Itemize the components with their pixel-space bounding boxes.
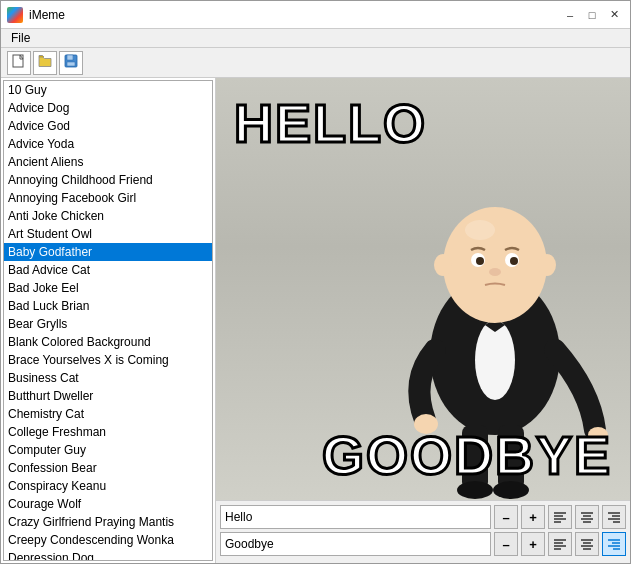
app-title: iMeme (29, 8, 560, 22)
new-button[interactable] (7, 51, 31, 75)
list-item[interactable]: Confession Bear (4, 459, 212, 477)
svg-point-18 (476, 257, 484, 265)
bottom-align-center-button[interactable] (575, 532, 599, 556)
list-item[interactable]: Baby Godfather (4, 243, 212, 261)
list-item[interactable]: Butthurt Dweller (4, 387, 212, 405)
list-item[interactable]: Anti Joke Chicken (4, 207, 212, 225)
list-item[interactable]: Depression Dog (4, 549, 212, 561)
svg-point-23 (465, 220, 495, 240)
svg-point-19 (510, 257, 518, 265)
new-icon (12, 54, 26, 71)
top-align-left-button[interactable] (548, 505, 572, 529)
svg-point-22 (538, 254, 556, 276)
app-window: iMeme – □ ✕ File (0, 0, 631, 564)
bottom-align-right-button[interactable] (602, 532, 626, 556)
minimize-button[interactable]: – (560, 5, 580, 25)
save-button[interactable] (59, 51, 83, 75)
bottom-font-decrease-button[interactable]: – (494, 532, 518, 556)
list-item[interactable]: Annoying Facebook Girl (4, 189, 212, 207)
open-button[interactable] (33, 51, 57, 75)
list-item[interactable]: Bad Luck Brian (4, 297, 212, 315)
meme-bottom-text: GOODBYE (322, 428, 612, 482)
top-align-right-button[interactable] (602, 505, 626, 529)
list-item[interactable]: Bad Advice Cat (4, 261, 212, 279)
list-item[interactable]: Advice Yoda (4, 135, 212, 153)
list-item[interactable]: Advice God (4, 117, 212, 135)
top-font-increase-button[interactable]: + (521, 505, 545, 529)
svg-rect-3 (67, 62, 75, 66)
list-item[interactable]: Brace Yourselves X is Coming (4, 351, 212, 369)
list-item[interactable]: Crazy Girlfriend Praying Mantis (4, 513, 212, 531)
app-icon (7, 7, 23, 23)
list-item[interactable]: Computer Guy (4, 441, 212, 459)
list-item[interactable]: Conspiracy Keanu (4, 477, 212, 495)
svg-rect-2 (67, 55, 73, 60)
close-button[interactable]: ✕ (604, 5, 624, 25)
svg-point-15 (443, 207, 547, 323)
top-text-row: – + (220, 505, 626, 529)
meme-list[interactable]: 10 GuyAdvice DogAdvice GodAdvice YodaAnc… (3, 80, 213, 561)
top-align-center-button[interactable] (575, 505, 599, 529)
svg-point-21 (434, 254, 452, 276)
svg-rect-4 (73, 56, 75, 59)
top-text-input[interactable] (220, 505, 491, 529)
bottom-align-left-button[interactable] (548, 532, 572, 556)
list-item[interactable]: Ancient Aliens (4, 153, 212, 171)
top-font-decrease-button[interactable]: – (494, 505, 518, 529)
menu-file[interactable]: File (5, 29, 36, 47)
save-icon (64, 54, 78, 71)
list-item[interactable]: Advice Dog (4, 99, 212, 117)
main-content: 10 GuyAdvice DogAdvice GodAdvice YodaAnc… (1, 78, 630, 563)
list-item[interactable]: Bear Grylls (4, 315, 212, 333)
title-bar: iMeme – □ ✕ (1, 1, 630, 29)
list-item[interactable]: College Freshman (4, 423, 212, 441)
right-panel: HELLO GOODBYE – + (216, 78, 630, 563)
list-item[interactable]: Art Student Owl (4, 225, 212, 243)
bottom-font-increase-button[interactable]: + (521, 532, 545, 556)
list-item[interactable]: Courage Wolf (4, 495, 212, 513)
controls-area: – + (216, 500, 630, 563)
menu-bar: File (1, 29, 630, 48)
maximize-button[interactable]: □ (582, 5, 602, 25)
list-item[interactable]: Blank Colored Background (4, 333, 212, 351)
svg-point-20 (489, 268, 501, 276)
list-item[interactable]: Annoying Childhood Friend (4, 171, 212, 189)
list-panel: 10 GuyAdvice DogAdvice GodAdvice YodaAnc… (1, 78, 216, 563)
meme-preview: HELLO GOODBYE (216, 78, 630, 500)
list-item[interactable]: Bad Joke Eel (4, 279, 212, 297)
bottom-text-input[interactable] (220, 532, 491, 556)
list-item[interactable]: 10 Guy (4, 81, 212, 99)
open-icon (38, 54, 52, 71)
list-item[interactable]: Creepy Condescending Wonka (4, 531, 212, 549)
meme-top-text: HELLO (234, 96, 427, 150)
window-controls: – □ ✕ (560, 5, 624, 25)
list-item[interactable]: Business Cat (4, 369, 212, 387)
list-item[interactable]: Chemistry Cat (4, 405, 212, 423)
bottom-text-row: – + (220, 532, 626, 556)
toolbar (1, 48, 630, 78)
